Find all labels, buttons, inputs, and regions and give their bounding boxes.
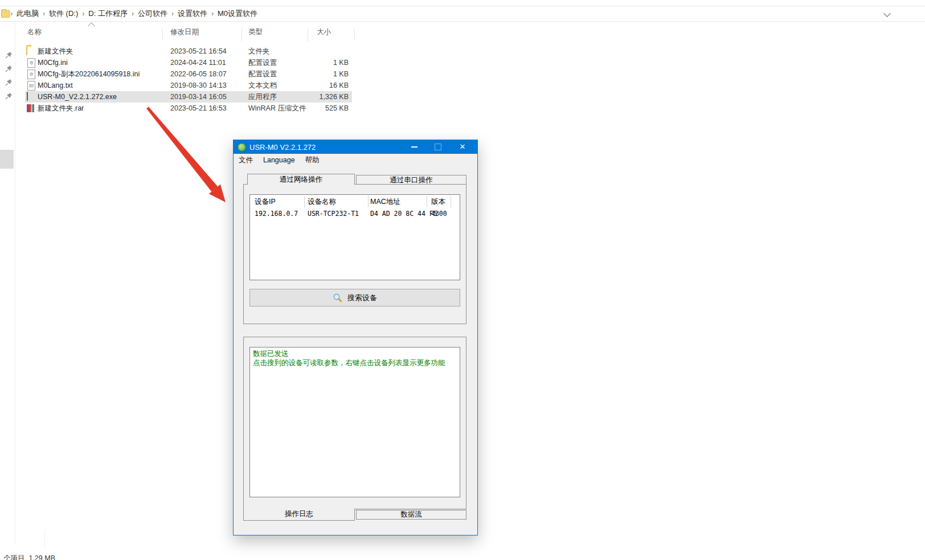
rar-file-icon <box>26 104 35 113</box>
column-divider[interactable] <box>354 28 355 41</box>
ini-file-icon: ⚙ <box>26 58 35 67</box>
breadcrumb-item-m0-settings-software[interactable]: M0设置软件 <box>214 9 261 19</box>
column-divider[interactable] <box>162 28 163 41</box>
dialog-menubar: 文件 Language 帮助 <box>234 154 477 166</box>
menu-file[interactable]: 文件 <box>234 154 258 166</box>
device-version: 4300 <box>431 209 447 218</box>
breadcrumb-item-company-software[interactable]: 公司软件 <box>134 9 171 19</box>
menu-language[interactable]: Language <box>258 154 300 166</box>
pin-icon <box>5 92 13 100</box>
address-folder-icon <box>1 10 10 18</box>
explorer-address-bar: › 此电脑 › 软件 (D:) › D: 工作程序 › 公司软件 › 设置软件 … <box>0 6 925 22</box>
tab-serial-operation[interactable]: 通过串口操作 <box>356 175 466 185</box>
file-row-m0cfg-ini[interactable]: ⚙ M0Cfg.ini 2024-04-24 11:01 配置设置 1 KB <box>25 57 352 68</box>
operation-log-area[interactable]: 数据已发送 点击搜到的设备可读取参数，右键点击设备列表显示更多功能 <box>249 347 460 497</box>
breadcrumb-item-this-pc[interactable]: 此电脑 <box>13 9 42 19</box>
maximize-icon <box>435 144 441 150</box>
log-line: 点击搜到的设备可读取参数，右键点击设备列表显示更多功能 <box>253 358 457 367</box>
device-col-name[interactable]: 设备名称 <box>308 197 336 207</box>
device-col-divider <box>427 196 427 207</box>
column-header-name[interactable]: 名称 <box>27 27 42 41</box>
tab-operation-log[interactable]: 操作日志 <box>243 509 355 521</box>
device-col-divider <box>304 196 305 207</box>
column-header-type[interactable]: 类型 <box>248 27 263 41</box>
breadcrumb-item-drive-d[interactable]: 软件 (D:) <box>46 9 81 19</box>
device-col-version[interactable]: 版本 <box>431 197 445 207</box>
device-col-divider <box>368 196 369 207</box>
usr-m0-dialog: USR-M0 V2.2.1.272 ✕ 文件 Language 帮助 通过网络操… <box>233 140 478 536</box>
log-line: 数据已发送 <box>253 349 457 358</box>
column-header-size[interactable]: 大小 <box>317 27 331 41</box>
device-col-divider <box>451 196 451 207</box>
tab-network-operation[interactable]: 通过网络操作 <box>247 174 355 185</box>
column-divider[interactable] <box>242 28 242 41</box>
column-divider[interactable] <box>308 28 308 41</box>
pin-icon <box>5 51 13 59</box>
menu-help[interactable]: 帮助 <box>300 154 325 166</box>
device-col-ip[interactable]: 设备IP <box>255 197 276 207</box>
usr-m0-app-icon <box>238 143 246 152</box>
breadcrumb-item-work-programs[interactable]: D: 工作程序 <box>85 9 131 19</box>
device-mac: D4 AD 20 8C 44 F5 <box>370 209 437 218</box>
exe-file-icon <box>26 92 35 101</box>
pin-icon <box>5 79 13 86</box>
folder-icon <box>26 47 35 56</box>
file-row-usr-m0-exe[interactable]: USR-M0_V2.2.1.272.exe 2019-03-14 16:05 应… <box>25 91 352 103</box>
status-divider <box>44 530 45 548</box>
search-device-button[interactable]: 搜索设备 <box>249 289 460 306</box>
sort-ascending-icon <box>88 22 95 30</box>
column-header-date[interactable]: 修改日期 <box>170 27 199 41</box>
file-row-new-folder[interactable]: 新建文件夹 2023-05-21 16:54 文件夹 <box>25 46 352 57</box>
file-row-m0cfg-copy-ini[interactable]: ⚙ M0Cfg-副本20220614095918.ini 2022-06-05 … <box>25 68 352 80</box>
device-col-mac[interactable]: MAC地址 <box>370 197 400 207</box>
status-bar-text: 个项目 1.29 MB <box>3 554 55 560</box>
nav-pane-divider <box>15 22 15 544</box>
ini-file-icon: ⚙ <box>26 70 35 79</box>
search-device-label: 搜索设备 <box>347 293 377 303</box>
device-name: USR-TCP232-T1 <box>308 209 359 218</box>
minimize-button[interactable] <box>404 140 424 154</box>
tab-data-stream[interactable]: 数据流 <box>356 510 466 520</box>
close-icon: ✕ <box>460 140 466 154</box>
magnifier-icon <box>333 293 342 303</box>
nav-scrollbar-thumb[interactable] <box>0 150 14 169</box>
file-row-new-folder-rar[interactable]: 新建文件夹.rar 2023-05-21 16:53 WinRAR 压缩文件 5… <box>25 103 352 114</box>
pin-icon <box>5 65 13 72</box>
close-button[interactable]: ✕ <box>453 140 472 154</box>
dialog-title: USR-M0 V2.2.1.272 <box>249 143 316 152</box>
desktop-screenshot: › 此电脑 › 软件 (D:) › D: 工作程序 › 公司软件 › 设置软件 … <box>0 0 925 560</box>
device-list[interactable]: 设备IP 设备名称 MAC地址 版本 192.168.0.7 USR-TCP23… <box>249 194 460 280</box>
minimize-icon <box>411 146 418 148</box>
maximize-button[interactable] <box>428 140 448 154</box>
txt-file-icon <box>26 81 35 90</box>
file-row-m0lang-txt[interactable]: M0Lang.txt 2019-08-30 14:13 文本文档 16 KB <box>25 80 352 91</box>
device-ip: 192.168.0.7 <box>255 209 298 218</box>
breadcrumb-item-settings-software[interactable]: 设置软件 <box>174 9 211 19</box>
